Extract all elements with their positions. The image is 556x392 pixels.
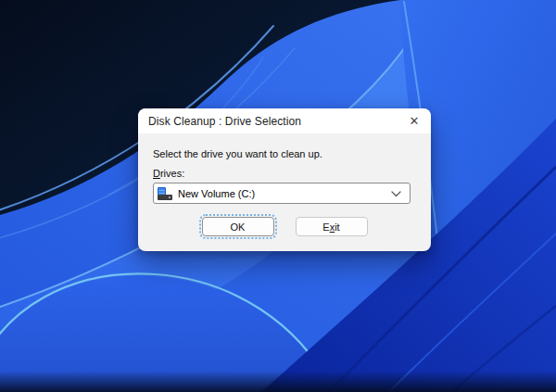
- dialog-body: Select the drive you want to clean up. D…: [138, 133, 431, 236]
- close-button[interactable]: ✕: [398, 108, 431, 133]
- desktop: Disk Cleanup : Drive Selection ✕ Select …: [0, 0, 556, 392]
- dialog-buttons: OK Exit: [153, 217, 416, 236]
- drive-select-value: New Volume (C:): [178, 188, 255, 199]
- instruction-text: Select the drive you want to clean up.: [153, 148, 416, 160]
- close-icon: ✕: [410, 115, 420, 127]
- disk-cleanup-dialog: Disk Cleanup : Drive Selection ✕ Select …: [138, 108, 431, 251]
- exit-button[interactable]: Exit: [296, 217, 368, 236]
- dialog-title: Disk Cleanup : Drive Selection: [148, 115, 301, 128]
- drives-label-accel: D: [153, 168, 160, 179]
- drive-select-dropdown[interactable]: New Volume (C:): [153, 183, 411, 204]
- exit-button-label: Exit: [322, 221, 339, 233]
- chevron-down-icon: [391, 191, 401, 197]
- dialog-titlebar[interactable]: Disk Cleanup : Drive Selection ✕: [138, 108, 431, 133]
- drives-label-rest: rives:: [160, 168, 184, 179]
- ok-button-label: OK: [231, 221, 246, 233]
- ok-button[interactable]: OK: [202, 217, 274, 236]
- hard-drive-icon: [158, 187, 172, 200]
- drives-label: Drives:: [153, 168, 416, 180]
